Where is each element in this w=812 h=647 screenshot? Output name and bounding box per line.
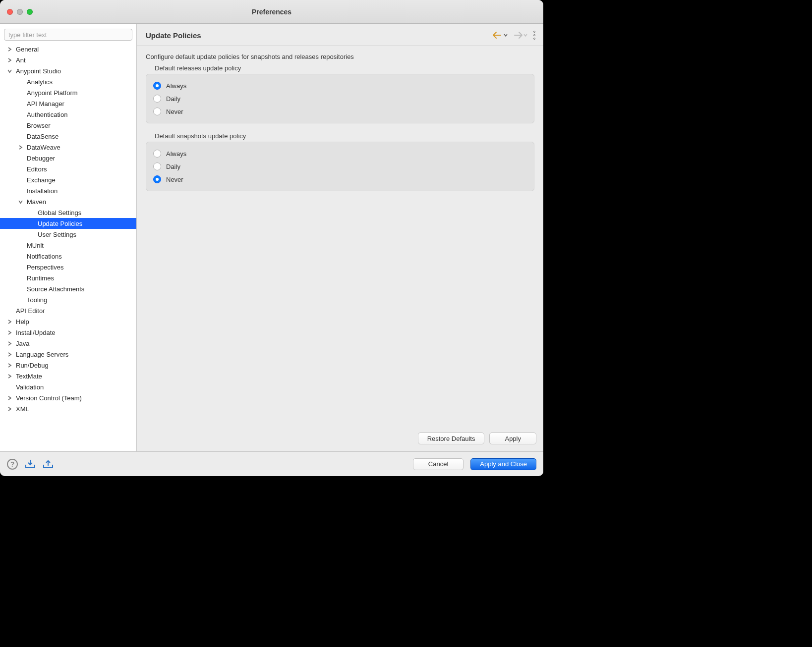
page-description: Configure default update policies for sn…	[146, 53, 534, 60]
snapshots-group-label: Default snapshots update policy	[155, 132, 534, 140]
chevron-right-icon[interactable]	[6, 396, 13, 400]
chevron-down-icon[interactable]	[17, 200, 24, 204]
chevron-right-icon[interactable]	[6, 341, 13, 346]
tree-item[interactable]: Exchange	[0, 174, 136, 185]
releases-option[interactable]: Daily	[153, 92, 527, 105]
nav-back-button[interactable]	[493, 32, 508, 39]
tree-item-label: Java	[16, 340, 29, 347]
chevron-right-icon[interactable]	[6, 374, 13, 378]
tree-item[interactable]: User Settings	[0, 229, 136, 240]
export-preferences-icon[interactable]	[43, 460, 54, 469]
snapshots-option[interactable]: Never	[153, 173, 527, 186]
tree-item[interactable]: Ant	[0, 54, 136, 65]
chevron-right-icon[interactable]	[6, 407, 13, 411]
tree-item[interactable]: Install/Update	[0, 327, 136, 338]
tree-item-label: Analytics	[27, 78, 53, 86]
cancel-button[interactable]: Cancel	[413, 458, 464, 470]
page-menu-button[interactable]	[532, 30, 536, 41]
tree-item[interactable]: Tooling	[0, 294, 136, 305]
tree-item[interactable]: Runtimes	[0, 272, 136, 283]
content-header: Update Policies	[137, 24, 543, 46]
snapshots-option[interactable]: Always	[153, 147, 527, 160]
restore-defaults-button[interactable]: Restore Defaults	[418, 432, 485, 444]
tree-item[interactable]: Browser	[0, 120, 136, 131]
chevron-down-icon[interactable]	[6, 69, 13, 73]
tree-item-label: Update Policies	[38, 220, 82, 227]
tree-item[interactable]: Anypoint Platform	[0, 87, 136, 98]
tree-item-label: Run/Debug	[16, 362, 49, 369]
tree-item[interactable]: Java	[0, 338, 136, 349]
tree-item[interactable]: Debugger	[0, 153, 136, 163]
tree-item-label: Ant	[16, 56, 26, 64]
tree-item-label: Exchange	[27, 176, 56, 184]
import-preferences-icon[interactable]	[25, 460, 36, 469]
radio-icon[interactable]	[153, 150, 161, 158]
tree-item[interactable]: Run/Debug	[0, 360, 136, 371]
tree-item[interactable]: Source Attachments	[0, 283, 136, 294]
tree-item[interactable]: Authentication	[0, 109, 136, 120]
titlebar: Preferences	[0, 0, 543, 24]
tree-item-label: DataWeave	[27, 144, 60, 151]
tree-item-label: DataSense	[27, 133, 58, 140]
radio-icon[interactable]	[153, 95, 161, 103]
radio-label: Always	[166, 150, 186, 158]
tree-item-label: Debugger	[27, 155, 55, 162]
tree-item[interactable]: General	[0, 44, 136, 54]
tree-item-label: TextMate	[16, 373, 42, 380]
tree-item[interactable]: API Editor	[0, 305, 136, 316]
chevron-right-icon[interactable]	[6, 363, 13, 368]
chevron-right-icon[interactable]	[6, 47, 13, 52]
tree-item[interactable]: Global Settings	[0, 207, 136, 218]
tree-item-label: API Manager	[27, 100, 64, 108]
apply-and-close-button[interactable]: Apply and Close	[470, 458, 536, 470]
tree-item[interactable]: Analytics	[0, 76, 136, 87]
tree-item[interactable]: Notifications	[0, 251, 136, 262]
tree-item[interactable]: XML	[0, 403, 136, 414]
tree-item[interactable]: MUnit	[0, 240, 136, 251]
preferences-window: Preferences GeneralAntAnypoint StudioAna…	[0, 0, 543, 476]
tree-item[interactable]: Installation	[0, 185, 136, 196]
tree-item[interactable]: Anypoint Studio	[0, 65, 136, 76]
chevron-right-icon[interactable]	[6, 58, 13, 62]
chevron-right-icon[interactable]	[6, 320, 13, 324]
tree-item[interactable]: Help	[0, 316, 136, 327]
tree-item-label: Global Settings	[38, 209, 81, 216]
tree-item-label: Perspectives	[27, 264, 63, 271]
tree-item[interactable]: TextMate	[0, 371, 136, 381]
nav-forward-button[interactable]	[513, 32, 527, 39]
tree-item-label: Language Servers	[16, 351, 68, 358]
tree-item[interactable]: Update Policies	[0, 218, 136, 229]
tree-item[interactable]: Maven	[0, 196, 136, 207]
tree-item[interactable]: API Manager	[0, 98, 136, 109]
releases-option[interactable]: Never	[153, 105, 527, 118]
preferences-tree[interactable]: GeneralAntAnypoint StudioAnalyticsAnypoi…	[0, 44, 136, 451]
help-icon[interactable]: ?	[7, 459, 18, 470]
tree-item-label: Install/Update	[16, 329, 56, 336]
snapshots-option[interactable]: Daily	[153, 160, 527, 173]
radio-icon[interactable]	[153, 162, 161, 170]
tree-item[interactable]: Language Servers	[0, 349, 136, 360]
radio-icon[interactable]	[153, 175, 161, 183]
tree-item[interactable]: Perspectives	[0, 262, 136, 272]
tree-item[interactable]: Editors	[0, 163, 136, 174]
tree-item[interactable]: DataWeave	[0, 142, 136, 153]
chevron-right-icon[interactable]	[17, 145, 24, 150]
chevron-right-icon[interactable]	[6, 330, 13, 335]
tree-item-label: Runtimes	[27, 274, 54, 282]
chevron-right-icon[interactable]	[6, 352, 13, 357]
tree-item[interactable]: Version Control (Team)	[0, 392, 136, 403]
tree-item-label: MUnit	[27, 242, 44, 249]
tree-item-label: XML	[16, 405, 29, 413]
releases-option[interactable]: Always	[153, 79, 527, 92]
page-title: Update Policies	[146, 31, 201, 40]
tree-item-label: Tooling	[27, 296, 47, 304]
radio-icon[interactable]	[153, 108, 161, 115]
filter-input[interactable]	[4, 29, 132, 41]
tree-item[interactable]: Validation	[0, 381, 136, 392]
apply-button[interactable]: Apply	[489, 432, 536, 444]
tree-item-label: User Settings	[38, 231, 76, 238]
preferences-content: Update Policies	[137, 24, 543, 451]
tree-item-label: Anypoint Platform	[27, 89, 78, 97]
radio-icon[interactable]	[153, 82, 161, 90]
tree-item[interactable]: DataSense	[0, 131, 136, 142]
